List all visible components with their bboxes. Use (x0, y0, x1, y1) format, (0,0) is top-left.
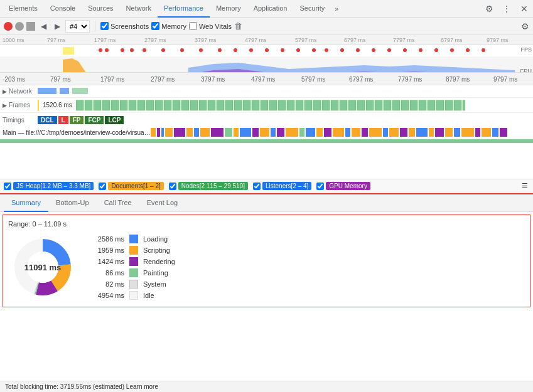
nav-back-icon[interactable]: ◀ (38, 21, 49, 32)
svg-point-20 (403, 48, 407, 52)
tab-performance[interactable]: Performance (158, 0, 210, 18)
documents-checkbox[interactable] (99, 183, 106, 190)
memory-checkbox-label[interactable]: Memory (151, 22, 186, 30)
detail-ruler-9797: 9797 ms (493, 76, 517, 83)
svg-rect-69 (428, 100, 435, 110)
nodes-checkbox[interactable] (169, 183, 176, 190)
detail-ruler-797: 797 ms (50, 76, 71, 83)
listeners-checkbox[interactable] (253, 183, 261, 190)
main-thread-label-area: Main — file:///C:/tmp/demoes/interview-c… (0, 129, 151, 136)
webvitals-checkbox-label[interactable]: Web Vitals (189, 22, 232, 30)
webvitals-checkbox[interactable] (189, 22, 197, 30)
separator (95, 21, 95, 32)
tab-elements[interactable]: Elements (3, 0, 44, 18)
fp-badge[interactable]: FP (70, 116, 84, 124)
listeners-check[interactable]: Listeners[2 – 4] (253, 182, 311, 190)
svg-rect-87 (260, 128, 269, 137)
tab-summary[interactable]: Summary (4, 194, 48, 212)
tab-bottom-up[interactable]: Bottom-Up (48, 194, 97, 212)
dcl-badge[interactable]: DCL (38, 116, 57, 124)
network-expand-icon[interactable]: ▶ (3, 88, 7, 95)
svg-rect-107 (445, 128, 453, 137)
legend-value-idle: 4954 ms (90, 292, 124, 299)
gpu-memory-checkbox[interactable] (316, 183, 324, 190)
legend-row-painting: 86 ms Painting (90, 268, 175, 277)
tab-memory[interactable]: Memory (210, 0, 247, 18)
svg-point-22 (434, 48, 438, 52)
main-thread-row: Main — file:///C:/tmp/demoes/interview-c… (0, 127, 533, 139)
svg-rect-96 (345, 128, 350, 137)
js-heap-checkbox[interactable] (4, 183, 11, 190)
svg-point-13 (296, 48, 300, 52)
frames-expand-icon[interactable]: ▶ (3, 102, 7, 109)
record-button[interactable] (4, 22, 13, 31)
tab-security[interactable]: Security (293, 0, 331, 18)
svg-rect-53 (287, 100, 294, 110)
stop-button[interactable] (26, 22, 35, 31)
tab-network[interactable]: Network (120, 0, 158, 18)
svg-rect-91 (299, 128, 304, 137)
tab-event-log[interactable]: Event Log (139, 194, 186, 212)
screenshots-checkbox[interactable] (100, 22, 109, 30)
svg-rect-52 (278, 100, 286, 110)
svg-rect-86 (252, 128, 259, 137)
js-heap-check[interactable]: JS Heap[1.2 MB – 3.3 MB] (4, 182, 94, 190)
tab-console[interactable]: Console (44, 0, 82, 18)
svg-rect-112 (492, 128, 498, 137)
svg-rect-98 (362, 128, 368, 137)
svg-point-18 (372, 48, 375, 52)
nodes-badge: Nodes[2 115 – 29 510] (178, 182, 248, 190)
svg-rect-78 (174, 128, 185, 137)
lcp-badge[interactable]: LCP (105, 116, 124, 124)
svg-rect-102 (400, 128, 407, 137)
svg-rect-63 (375, 100, 382, 110)
legend-color-scripting (129, 246, 138, 255)
nav-forward-icon[interactable]: ▶ (51, 21, 63, 32)
capture-settings-icon[interactable]: ⚙ (521, 21, 529, 31)
legend-value-painting: 86 ms (90, 269, 124, 277)
bottom-status-bar: Total blocking time: 3719.56ms (estimate… (0, 381, 533, 392)
legend-label-scripting: Scripting (143, 246, 170, 254)
detail-ruler-4797: 4797 ms (251, 76, 275, 83)
close-icon[interactable]: ✕ (518, 3, 530, 15)
svg-rect-93 (316, 128, 323, 137)
svg-rect-57 (322, 100, 330, 110)
detail-ruler-1797: 1797 ms (100, 76, 124, 83)
tab-sources[interactable]: Sources (82, 0, 119, 18)
svg-rect-113 (500, 128, 507, 137)
fps-visualization (0, 46, 515, 55)
reload-record-button[interactable] (15, 22, 24, 31)
legend-row-rendering: 1424 ms Rendering (90, 257, 175, 266)
tab-call-tree[interactable]: Call Tree (97, 194, 139, 212)
ruler-5797: 5797 ms (295, 37, 317, 43)
network-row-label: ▶ Network (0, 88, 38, 95)
svg-rect-56 (313, 100, 321, 110)
gpu-memory-check[interactable]: GPU Memory (316, 182, 370, 190)
memory-checkbox[interactable] (151, 22, 159, 30)
tab-application[interactable]: Application (247, 0, 294, 18)
settings-icon[interactable]: ⚙ (483, 3, 495, 15)
svg-point-3 (130, 48, 134, 52)
nodes-check[interactable]: Nodes[2 115 – 29 510] (169, 182, 248, 190)
fcp-badge[interactable]: FCP (85, 116, 104, 124)
ruler-start: 1000 ms (0, 37, 24, 43)
svg-rect-41 (181, 100, 189, 110)
svg-rect-81 (200, 128, 210, 137)
l-badge[interactable]: L (58, 116, 68, 124)
screenshots-checkbox-label[interactable]: Screenshots (100, 22, 149, 30)
svg-rect-34 (120, 100, 127, 110)
ruler-2797: 2797 ms (144, 37, 166, 43)
svg-point-25 (482, 48, 485, 52)
record-select[interactable]: #4 (65, 20, 90, 33)
svg-point-10 (249, 48, 253, 52)
timeline-overview[interactable]: 1000 ms 797 ms 1797 ms 2797 ms 3797 ms 4… (0, 35, 533, 73)
tab-more[interactable]: » (331, 3, 342, 15)
svg-rect-46 (225, 100, 233, 110)
clear-button[interactable]: 🗑 (234, 21, 242, 31)
timings-label: Timings (0, 117, 38, 124)
more-options-icon[interactable]: ⋮ (500, 3, 513, 15)
memory-more-icon[interactable]: ☰ (520, 182, 529, 191)
svg-rect-29 (76, 100, 83, 110)
documents-check[interactable]: Documents[1 – 2] (99, 182, 163, 190)
svg-rect-66 (401, 100, 409, 110)
